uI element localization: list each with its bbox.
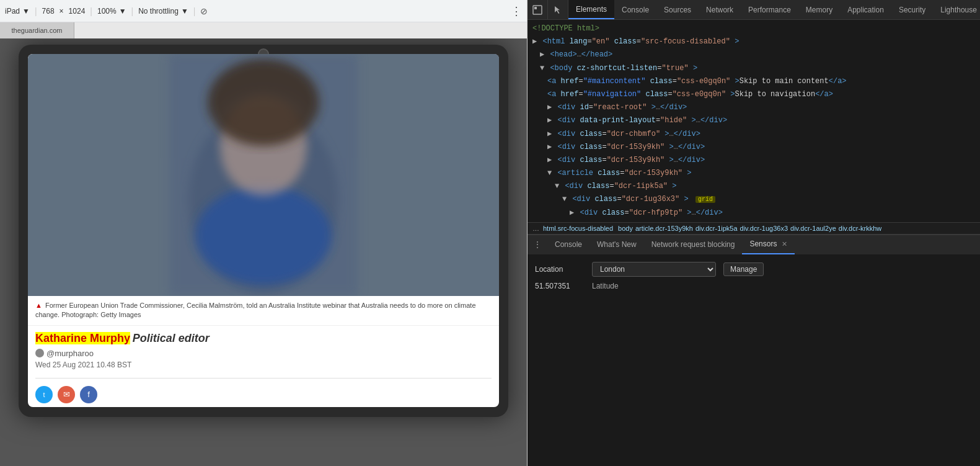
zoom-selector[interactable]: 100% ▼ [97, 7, 126, 16]
caption-arrow-icon: ▲ [35, 302, 42, 309]
network-request-blocking-label: Network request blocking [651, 240, 735, 249]
html-153y9kh-2[interactable]: ▶ <div class="dcr-153y9kh" >…</div> [528, 154, 980, 167]
breadcrumb-div-1aul2ye[interactable]: div.dcr-1aul2ye [789, 225, 837, 232]
height-value[interactable]: 1024 [69, 7, 86, 16]
page-viewport: ▲ Former European Union Trade Commission… [0, 38, 527, 466]
bottom-tab-bar: ⋮ Console What's New Network request blo… [528, 235, 980, 254]
latitude-row: 51.507351 Latitude [535, 282, 980, 290]
html-react-root[interactable]: ▶ <div id="react-root" >…</div> [528, 101, 980, 114]
cursor-icon-btn[interactable] [548, 0, 568, 19]
tab-lighthouse[interactable]: Lighthouse [933, 0, 980, 19]
separator3: | [131, 6, 134, 16]
tab-performance[interactable]: Performance [741, 0, 798, 19]
x-symbol: × [60, 7, 64, 16]
byline-section: Katharine Murphy Political editor @murph… [28, 326, 499, 374]
html-hfp9tp[interactable]: ▶ <div class="dcr-hfp9tp" >…</div> [528, 207, 980, 220]
breadcrumb-body[interactable]: body [617, 225, 634, 232]
breadcrumb-more[interactable]: … [532, 225, 539, 232]
author-role: Political editor [133, 332, 210, 344]
throttle-selector[interactable]: No throttling ▼ [138, 7, 188, 16]
breadcrumb-bar: … html.src-focus-disabled body article.d… [528, 222, 980, 235]
more-options-icon[interactable]: ⋮ [511, 4, 522, 18]
inspect-icon-btn[interactable] [528, 0, 548, 19]
width-value[interactable]: 768 [42, 7, 55, 16]
separator: | [35, 6, 37, 16]
device-label: iPad [5, 7, 20, 16]
divider [35, 378, 492, 379]
tab-application[interactable]: Application [840, 0, 891, 19]
tab-console[interactable]: Console [614, 0, 656, 19]
location-row: Location London Manage [535, 262, 980, 277]
svg-point-6 [208, 59, 319, 146]
article-date: Wed 25 Aug 2021 10.48 BST [35, 361, 492, 369]
devtools-panel: Elements Console Sources Network Perform… [528, 0, 980, 466]
html-tag[interactable]: ▶ <html lang="en" class="src-focus-disab… [528, 35, 980, 48]
expand-icon[interactable]: ▶ [532, 37, 537, 46]
tab-network[interactable]: Network [699, 0, 741, 19]
zoom-value: 100% [97, 7, 117, 16]
device-toolbar: iPad ▼ | 768 × 1024 | 100% ▼ | No thrott… [0, 0, 527, 22]
location-select[interactable]: London [592, 262, 716, 277]
separator2: | [90, 6, 92, 16]
html-1ug36x3[interactable]: ▼ <div class="dcr-1ug36x3" > grid [528, 193, 980, 206]
breadcrumb-html[interactable]: html.src-focus-disabled [542, 225, 614, 232]
device-dropdown-arrow[interactable]: ▼ [22, 7, 30, 16]
devtools-tab-bar: Elements Console Sources Network Perform… [528, 0, 980, 20]
browser-tab[interactable]: theguardian.com [0, 22, 74, 38]
html-1ipk5a[interactable]: ▼ <div class="dcr-1ipk5a" > [528, 180, 980, 193]
share-icons-row: t ✉ f [28, 382, 499, 407]
separator4: | [193, 6, 196, 16]
bottom-tab-console[interactable]: Console [547, 235, 589, 254]
tab-label: theguardian.com [12, 27, 63, 34]
facebook-share-button[interactable]: f [80, 386, 97, 403]
author-name-role: Katharine Murphy Political editor [35, 332, 492, 345]
device-frame: ▲ Former European Union Trade Commission… [19, 45, 508, 417]
html-article[interactable]: ▼ <article class="dcr-153y9kh" > [528, 167, 980, 180]
html-chbmfo[interactable]: ▶ <div class="dcr-chbmfo" >…</div> [528, 128, 980, 141]
browser-tab-strip: theguardian.com [0, 22, 527, 38]
author-handle: @murpharoo [35, 349, 492, 358]
browser-panel: iPad ▼ | 768 × 1024 | 100% ▼ | No thrott… [0, 0, 528, 466]
grid-badge: grid [695, 196, 715, 203]
html-skip-main[interactable]: <a href="#maincontent" class="css-e0gq0n… [528, 75, 980, 88]
html-doctype: <!DOCTYPE html> [528, 22, 980, 35]
html-skip-nav[interactable]: <a href="#navigation" class="css-e0gq0n"… [528, 88, 980, 101]
throttle-value: No throttling [138, 7, 179, 16]
breadcrumb-div-1ipk5a[interactable]: div.dcr-1ipk5a [694, 225, 739, 232]
bottom-menu-icon[interactable]: ⋮ [528, 235, 547, 254]
elements-panel: <!DOCTYPE html> ▶ <html lang="en" class=… [528, 20, 980, 222]
article-image [28, 54, 499, 296]
breadcrumb-div-krkkhw[interactable]: div.dcr-krkkhw [837, 225, 883, 232]
location-label: Location [535, 265, 585, 274]
tab-security[interactable]: Security [891, 0, 933, 19]
tab-memory[interactable]: Memory [798, 0, 840, 19]
breadcrumb-article[interactable]: article.dcr-153y9kh [634, 225, 694, 232]
bottom-tab-whats-new[interactable]: What's New [589, 235, 644, 254]
avatar-icon [35, 349, 44, 357]
svg-rect-8 [534, 7, 537, 9]
caption-text: Former European Union Trade Commissioner… [35, 302, 476, 318]
html-153y9kh-1[interactable]: ▶ <div class="dcr-153y9kh" >…</div> [528, 141, 980, 154]
device-selector[interactable]: iPad ▼ [5, 7, 30, 16]
svg-point-4 [195, 186, 332, 285]
close-sensors-tab[interactable]: ✕ [782, 240, 787, 248]
author-name[interactable]: Katharine Murphy [35, 332, 130, 344]
bottom-tab-sensors[interactable]: Sensors ✕ [742, 235, 795, 254]
device-screen: ▲ Former European Union Trade Commission… [28, 54, 499, 407]
manage-button[interactable]: Manage [723, 262, 764, 276]
latitude-value-display: 51.507351 [535, 282, 585, 290]
email-share-button[interactable]: ✉ [58, 386, 75, 403]
twitter-share-button[interactable]: t [35, 386, 53, 403]
breadcrumb-div-1ug36x3[interactable]: div.dcr-1ug36x3 [739, 225, 789, 232]
handle-text[interactable]: @murpharoo [46, 349, 94, 358]
bottom-tab-network-request-blocking[interactable]: Network request blocking [644, 235, 743, 254]
dimensions: 768 × 1024 [42, 7, 86, 16]
tab-elements[interactable]: Elements [568, 0, 614, 19]
html-body[interactable]: ▼ <body cz-shortcut-listen="true" > [528, 62, 980, 75]
tab-sources[interactable]: Sources [656, 0, 699, 19]
settings-icon[interactable]: ⊘ [200, 6, 208, 16]
html-print[interactable]: ▶ <div data-print-layout="hide" >…</div> [528, 114, 980, 127]
throttle-arrow: ▼ [181, 7, 188, 16]
zoom-arrow: ▼ [119, 7, 126, 16]
html-head[interactable]: ▶ <head>…</head> [528, 48, 980, 61]
